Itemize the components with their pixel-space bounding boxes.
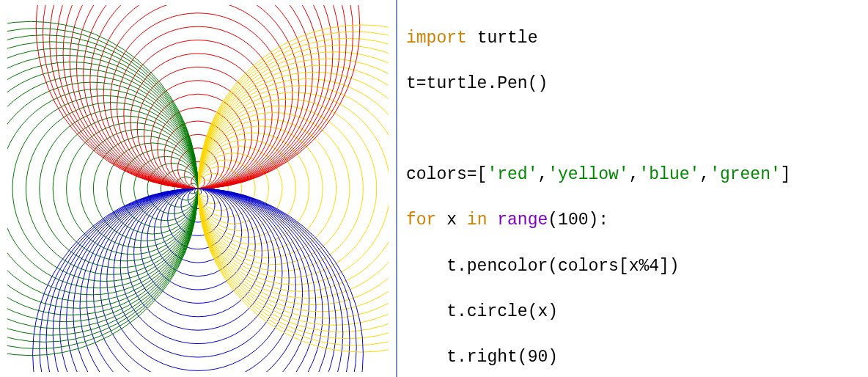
svg-point-78 bbox=[67, 188, 330, 372]
string-literal: 'red' bbox=[487, 165, 537, 184]
code-text: t.right(90) bbox=[406, 348, 558, 367]
svg-point-87 bbox=[7, 42, 198, 335]
code-line-1: import turtle bbox=[406, 27, 859, 50]
svg-point-84 bbox=[56, 5, 339, 188]
svg-point-52 bbox=[110, 13, 285, 188]
svg-point-67 bbox=[7, 76, 198, 301]
svg-point-41 bbox=[198, 120, 336, 258]
code-line-4: colors=['red','yellow','blue','green'] bbox=[406, 164, 859, 186]
svg-point-71 bbox=[7, 69, 198, 309]
svg-point-98 bbox=[33, 188, 364, 372]
code-text: t=turtle.Pen() bbox=[406, 74, 548, 93]
svg-point-75 bbox=[7, 62, 198, 315]
svg-point-85 bbox=[198, 45, 389, 332]
svg-point-61 bbox=[198, 86, 389, 292]
code-text bbox=[487, 211, 497, 230]
turtle-output bbox=[0, 0, 396, 377]
svg-point-93 bbox=[198, 32, 389, 345]
code-text: , bbox=[699, 165, 710, 184]
code-line-7: t.circle(x) bbox=[406, 301, 859, 323]
code-text: turtle bbox=[467, 29, 538, 48]
code-text: t.pencolor(colors[x%4]) bbox=[406, 257, 680, 276]
turtle-canvas bbox=[7, 5, 389, 372]
string-literal: 'yellow' bbox=[548, 165, 628, 184]
code-text: colors=[ bbox=[406, 165, 487, 184]
code-line-8: t.right(90) bbox=[406, 346, 859, 369]
svg-point-60 bbox=[97, 5, 299, 188]
code-line-6: t.pencolor(colors[x%4]) bbox=[406, 255, 859, 278]
code-line-2: t=turtle.Pen() bbox=[406, 73, 859, 95]
string-literal: 'blue' bbox=[639, 165, 699, 184]
svg-point-89 bbox=[198, 38, 389, 338]
string-literal: 'green' bbox=[710, 165, 781, 184]
svg-point-58 bbox=[100, 188, 296, 372]
code-pane: import turtle t=turtle.Pen() colors=['re… bbox=[397, 0, 868, 377]
code-text: t.circle(x) bbox=[406, 302, 558, 321]
svg-point-86 bbox=[53, 188, 343, 372]
svg-point-59 bbox=[7, 89, 198, 288]
svg-point-64 bbox=[90, 5, 306, 188]
code-text: , bbox=[537, 165, 548, 184]
code-line-5: for x in range(100): bbox=[406, 209, 859, 232]
code-text: ] bbox=[781, 165, 791, 184]
keyword-for: for bbox=[406, 211, 436, 230]
svg-point-55 bbox=[12, 96, 198, 282]
code-line-3-blank bbox=[406, 118, 859, 141]
code-text: (100): bbox=[548, 211, 608, 230]
code-text: x bbox=[436, 211, 466, 230]
keyword-in: in bbox=[467, 211, 488, 230]
svg-point-81 bbox=[198, 52, 389, 326]
builtin-range: range bbox=[497, 211, 548, 230]
svg-point-34 bbox=[141, 188, 255, 303]
code-text: , bbox=[629, 165, 639, 184]
keyword-import: import bbox=[406, 29, 467, 48]
svg-point-83 bbox=[7, 48, 198, 329]
